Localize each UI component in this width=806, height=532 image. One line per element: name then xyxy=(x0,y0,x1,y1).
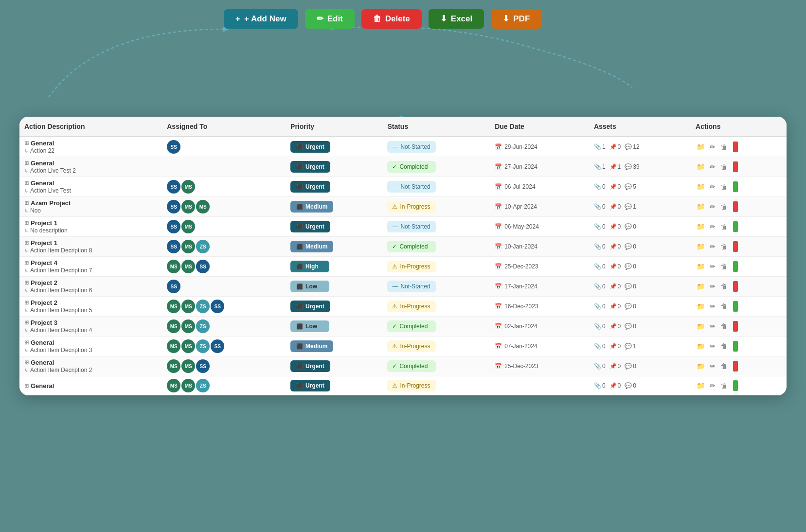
edit-button[interactable]: ✏ Edit xyxy=(305,9,355,29)
action-description-cell: ⊞ General ↳ Action 22 xyxy=(19,137,162,157)
priority-icon: ⬛ xyxy=(296,204,303,210)
grid-icon: ⊞ xyxy=(24,339,29,346)
status-cell: ✓Completed xyxy=(382,157,490,177)
priority-badge: ⬛Medium xyxy=(290,241,333,252)
project-name-text: General xyxy=(31,160,54,167)
action-description-cell: ⊞ Project 3 ↳ Action Item Decription 4 xyxy=(19,317,162,337)
action-name-text: No description xyxy=(30,227,68,234)
due-date-cell: 📅10-Jan-2024 xyxy=(490,237,589,257)
view-button[interactable]: 📁 xyxy=(696,321,706,331)
avatar: ZS xyxy=(196,339,210,353)
comment-icon: 💬 xyxy=(625,183,632,190)
priority-cell: ⬛Urgent xyxy=(286,217,382,237)
add-new-button[interactable]: + + Add New xyxy=(224,9,298,29)
file-icon: 📎 xyxy=(594,283,601,290)
calendar-icon: 📅 xyxy=(495,203,502,210)
view-button[interactable]: 📁 xyxy=(696,202,706,212)
comment-icon: 💬 xyxy=(625,363,632,370)
priority-icon: ⬛ xyxy=(296,224,303,230)
status-cell: ⚠In-Progress xyxy=(382,197,490,217)
download-excel-icon: ⬇ xyxy=(440,14,447,24)
delete-row-button[interactable]: 🗑 xyxy=(719,242,728,251)
edit-row-button[interactable]: ✏ xyxy=(709,262,716,271)
action-description-cell: ⊞ Project 1 ↳ Action Item Decription 8 xyxy=(19,237,162,257)
view-button[interactable]: 📁 xyxy=(696,341,706,351)
comment-icon: 💬 xyxy=(625,143,632,150)
edit-row-button[interactable]: ✏ xyxy=(709,301,716,311)
view-button[interactable]: 📁 xyxy=(696,381,706,390)
priority-icon: ⬛ xyxy=(296,164,303,170)
status-icon: — xyxy=(392,223,398,230)
status-badge: —Not-Started xyxy=(387,221,436,232)
assigned-to-cell: MSMSSS xyxy=(162,356,286,376)
due-date-text: 25-Dec-2023 xyxy=(504,263,538,270)
view-button[interactable]: 📁 xyxy=(696,242,706,251)
col-due-date: Due Date xyxy=(490,117,589,137)
priority-badge: ⬛Urgent xyxy=(290,301,330,312)
status-icon: ✓ xyxy=(392,163,397,170)
delete-row-button[interactable]: 🗑 xyxy=(719,361,728,371)
delete-row-button[interactable]: 🗑 xyxy=(719,282,728,291)
due-date-text: 06-Jul-2024 xyxy=(504,183,535,190)
edit-row-button[interactable]: ✏ xyxy=(709,341,716,351)
due-date-text: 06-May-2024 xyxy=(504,223,539,230)
delete-row-button[interactable]: 🗑 xyxy=(719,301,728,311)
status-icon: ⚠ xyxy=(392,382,397,389)
sub-icon: ↳ xyxy=(24,368,28,373)
priority-badge: ⬛Urgent xyxy=(290,221,330,232)
file-icon: 📎 xyxy=(594,223,601,230)
view-button[interactable]: 📁 xyxy=(696,222,706,231)
delete-row-button[interactable]: 🗑 xyxy=(719,182,728,192)
view-button[interactable]: 📁 xyxy=(696,301,706,311)
delete-button[interactable]: 🗑 Delete xyxy=(361,9,422,29)
attachment-icon: 📌 xyxy=(609,303,617,310)
delete-row-button[interactable]: 🗑 xyxy=(719,381,728,390)
status-cell: ✓Completed xyxy=(382,356,490,376)
sub-icon: ↳ xyxy=(24,208,28,213)
add-new-label: + Add New xyxy=(244,14,287,24)
status-cell: —Not-Started xyxy=(382,137,490,157)
pdf-button[interactable]: ⬇ PDF xyxy=(491,9,541,29)
edit-row-button[interactable]: ✏ xyxy=(709,142,716,152)
delete-row-button[interactable]: 🗑 xyxy=(719,142,728,152)
sub-icon: ↳ xyxy=(24,188,28,194)
edit-row-button[interactable]: ✏ xyxy=(709,361,716,371)
delete-row-button[interactable]: 🗑 xyxy=(719,341,728,351)
status-badge: —Not-Started xyxy=(387,141,436,153)
view-button[interactable]: 📁 xyxy=(696,162,706,172)
status-icon: ⚠ xyxy=(392,303,397,310)
table-row: ⊞ Project 1 ↳ No description SSMS⬛Urgent… xyxy=(19,217,787,237)
delete-row-button[interactable]: 🗑 xyxy=(719,321,728,331)
view-button[interactable]: 📁 xyxy=(696,142,706,152)
avatar: MS xyxy=(181,300,195,313)
edit-row-button[interactable]: ✏ xyxy=(709,222,716,231)
priority-cell: ⬛Urgent xyxy=(286,376,382,395)
delete-row-button[interactable]: 🗑 xyxy=(719,262,728,271)
edit-row-button[interactable]: ✏ xyxy=(709,242,716,251)
view-button[interactable]: 📁 xyxy=(696,262,706,271)
view-button[interactable]: 📁 xyxy=(696,361,706,371)
file-icon: 📎 xyxy=(594,323,601,330)
actions-cell: 📁 ✏ 🗑 xyxy=(691,297,787,317)
edit-row-button[interactable]: ✏ xyxy=(709,282,716,291)
delete-row-button[interactable]: 🗑 xyxy=(719,222,728,231)
edit-row-button[interactable]: ✏ xyxy=(709,162,716,172)
file-icon: 📎 xyxy=(594,263,601,270)
assets-cell: 📎0 📌0 💬0 xyxy=(589,217,691,237)
edit-row-button[interactable]: ✏ xyxy=(709,321,716,331)
view-button[interactable]: 📁 xyxy=(696,182,706,192)
view-button[interactable]: 📁 xyxy=(696,282,706,291)
delete-row-button[interactable]: 🗑 xyxy=(719,162,728,172)
status-badge: ⚠In-Progress xyxy=(387,201,436,213)
calendar-icon: 📅 xyxy=(495,323,502,330)
delete-row-button[interactable]: 🗑 xyxy=(719,202,728,212)
main-card: Action Description Assigned To Priority … xyxy=(19,117,787,395)
asset-attachments: 0 xyxy=(618,143,621,150)
priority-badge: ⬛Medium xyxy=(290,201,333,213)
calendar-icon: 📅 xyxy=(495,263,502,270)
edit-row-button[interactable]: ✏ xyxy=(709,381,716,390)
excel-button[interactable]: ⬇ Excel xyxy=(429,9,484,29)
edit-row-button[interactable]: ✏ xyxy=(709,202,716,212)
actions-cell: 📁 ✏ 🗑 xyxy=(691,277,787,297)
edit-row-button[interactable]: ✏ xyxy=(709,182,716,192)
